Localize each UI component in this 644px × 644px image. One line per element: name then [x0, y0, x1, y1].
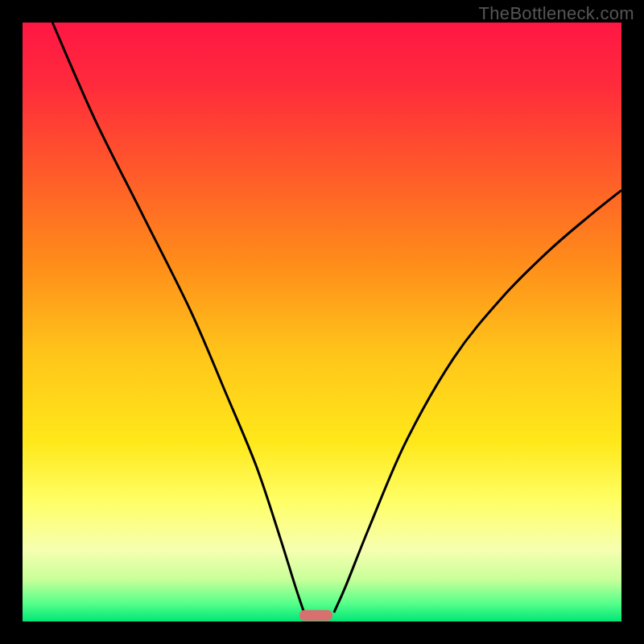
plot-background	[23, 23, 621, 621]
valley-marker	[299, 610, 332, 621]
watermark-text: TheBottleneck.com	[479, 3, 634, 24]
bottleneck-chart	[0, 0, 644, 644]
